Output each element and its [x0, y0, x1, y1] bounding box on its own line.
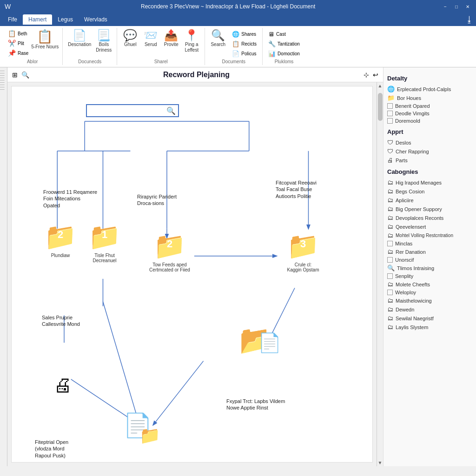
panel-item-hig[interactable]: 🗂Hig Irapod Menages	[387, 178, 472, 187]
ribbon: 📋Beth ✂️Plit 📌Rase 📋 5-Free Nours Ablor …	[0, 26, 476, 67]
panel-item-deslos[interactable]: 🛡Deslos	[387, 138, 472, 147]
text-fiteptrial: Fiteptrial Open(vlodza MordRapoul Pusk)	[35, 439, 68, 459]
text-fxypal: Fxypal Trct: Lapbs VildemNowe Apptie Rin…	[226, 398, 285, 411]
window-controls: − □ ✕	[442, 3, 471, 10]
minimize-button[interactable]: −	[442, 3, 449, 10]
ribbon-btn-search[interactable]: 🔍 Search	[209, 29, 227, 48]
ribbon-btn-ping[interactable]: 📍 Ping aLeffest	[182, 29, 201, 54]
panel-item-weloploy[interactable]: Weloploy	[387, 289, 472, 296]
ribbon-btn-beth[interactable]: 📋Beth	[6, 29, 30, 38]
text-rirapyric: Rirapyric ParidertDroca·sions	[137, 193, 177, 207]
diagram-svg	[12, 86, 372, 462]
doc-content: 🔍 📁 2 Plundiaw 📁 1	[11, 86, 373, 463]
ribbon-btn-shares[interactable]: 🌐Shares	[230, 30, 258, 39]
ribbon-btn-boils[interactable]: 📃 BoilsDriness	[94, 29, 113, 54]
panel-item-benerit[interactable]: Benerit Opared	[387, 102, 472, 110]
panel-item-erplecated[interactable]: 🌐Erplecated Prdot-Calpls	[387, 85, 472, 93]
text-froowerd: Froowerd 11 ReqamereFoin MitecationsOpat…	[43, 189, 97, 209]
ribbon-group-sharel: 💬 Ghuel 📨 Serud 📤 Provite 📍 Ping aLeffes…	[117, 28, 205, 65]
folder-crule[interactable]: 📁 3 Crule cl:Kaggin Opstam	[282, 231, 324, 272]
ribbon-btn-tantization[interactable]: 🔧Tantization	[266, 40, 302, 48]
doc-toolbar: ⊞ 🔍 Recword Plejaning ⊹ ↩	[7, 67, 383, 82]
folder-tow-feeds[interactable]: 📁 2 Tow Feeds apedCertmcated or Fiied	[149, 231, 191, 272]
text-sales: Sales PruprieCallesvrite Mond	[42, 314, 80, 328]
network-icon[interactable]: ⊹	[364, 71, 369, 79]
panel-item-begs[interactable]: 🗂Begs Cosion	[387, 187, 472, 196]
panel-item-senplity[interactable]: Senplity	[387, 272, 472, 280]
printer-icon: 🖨	[53, 375, 72, 396]
panel-item-rer[interactable]: 🗂Rer Danation	[387, 247, 472, 256]
folder-plundiaw[interactable]: 📁 2 Plundiaw	[40, 221, 81, 258]
panel-item-unorscif[interactable]: Unorscif	[387, 256, 472, 264]
find-icon[interactable]: 🔍	[21, 71, 29, 79]
panel-item-devoplalces[interactable]: 🗂Devoplalces Reconts	[387, 213, 472, 222]
close-button[interactable]: ✕	[464, 3, 471, 10]
panel-item-doremoold[interactable]: Doremoold	[387, 117, 472, 125]
menu-legus[interactable]: Legus	[52, 14, 79, 25]
panel-item-big-opener[interactable]: 🗂Big Opener Suppory	[387, 205, 472, 213]
ribbon-btn-rase[interactable]: 📌Rase	[6, 48, 30, 58]
menu-wervlads[interactable]: Wervlads	[79, 14, 113, 25]
panel-item-bor-houes[interactable]: 📁Bor Houes	[387, 93, 472, 102]
ribbon-btn-domoction[interactable]: 📊Domoction	[266, 49, 302, 58]
nav-icon[interactable]: ⊞	[12, 71, 18, 79]
search-input-box[interactable]: 🔍	[86, 104, 179, 117]
ribbon-group-documents: 🔍 Search 🌐Shares 📋Recicts 📄Policus Docum…	[205, 28, 263, 65]
svg-line-14	[103, 302, 139, 425]
doc-title: Recword Plejaning	[33, 71, 360, 79]
ribbon-label-5free: 5-Free Nours	[31, 44, 59, 49]
panel-item-parts[interactable]: 🖨Parts	[387, 156, 472, 165]
ribbon-group-plukloms: 🖥Cast 🔧Tantization 📊Domoction Plukloms	[263, 28, 305, 65]
left-ruler: │││││││││	[0, 67, 7, 466]
ribbon-btn-ghuel[interactable]: 💬 Ghuel	[121, 29, 139, 48]
panel-item-mohtel[interactable]: 🗂Mohtel Volling Restcntration	[387, 231, 472, 240]
panel-item-apliciire[interactable]: 🗂Apliciire	[387, 196, 472, 205]
ribbon-btn-descnation[interactable]: 📄 Descnation	[66, 29, 93, 48]
panel-item-sewilal[interactable]: 🗂Sewilal Naegristf	[387, 314, 472, 323]
group-label-sharel: Sharel	[154, 58, 168, 64]
vertical-scrollbar[interactable]: ▲ ▼	[377, 82, 383, 466]
title-bar: W Recondere 3 PlecVnew ~ Indreaclоpr â L…	[0, 0, 476, 13]
group-label-ablor: Ablor	[27, 58, 38, 64]
main-container: │││││││││ ⊞ 🔍 Recword Plejaning ⊹ ↩	[0, 67, 476, 466]
ribbon-btn-cast[interactable]: 🖥Cast	[266, 30, 288, 39]
panel-item-laylis[interactable]: 🗂Laylis Slystem	[387, 323, 472, 331]
menu-bar: Fife Hamert Legus Wervlads ⭳	[0, 13, 476, 26]
folder-bottom: 📁	[139, 426, 160, 445]
maximize-button[interactable]: □	[453, 3, 460, 10]
panel-title-apprt: Apprt	[387, 128, 472, 135]
group-label-docunecds: Docunecds	[78, 58, 101, 64]
app-icon: W	[5, 3, 11, 10]
menu-file[interactable]: Fife	[2, 14, 23, 25]
panel-item-tlimos[interactable]: 🔍Tlimos Intraising	[387, 264, 472, 272]
ribbon-btn-recicts[interactable]: 📋Recicts	[230, 40, 258, 48]
ribbon-btn-policus[interactable]: 📄Policus	[230, 49, 258, 58]
paste-icon: 📋	[37, 29, 53, 44]
group-label-documents: Documents	[222, 58, 245, 64]
svg-line-15	[153, 361, 204, 425]
panel-item-minclas[interactable]: Minclas	[387, 240, 472, 247]
doc-area: ⊞ 🔍 Recword Plejaning ⊹ ↩	[7, 67, 383, 466]
panel-item-maist[interactable]: 🗂Maisthelowicing	[387, 296, 472, 305]
panel-item-cher[interactable]: 🛡Cher Rappring	[387, 147, 472, 156]
doc-fxypal: 📄	[258, 332, 281, 354]
text-fitcopvat: Fitcopvat ReeoaviToal Facal BuseAutioort…	[276, 179, 317, 199]
folder-tisle[interactable]: 📁 1 Tisle FhutDecreanuel	[84, 221, 126, 263]
ribbon-btn-serud[interactable]: 📨 Serud	[141, 29, 160, 48]
group-label-plukloms: Plukloms	[275, 58, 294, 64]
ribbon-group-docunecds: 📄 Descnation 📃 BoilsDriness Docunecds	[63, 28, 117, 65]
panel-title-detalty: Detalty	[387, 75, 472, 82]
menu-hamert[interactable]: Hamert	[23, 14, 52, 25]
ribbon-btn-provite[interactable]: 📤 Provite	[162, 29, 180, 48]
share-ribbon-icon[interactable]: ⭳	[465, 15, 474, 25]
panel-item-qeevele[interactable]: 🗂Qeevelensert	[387, 222, 472, 231]
scroll-thumb[interactable]	[378, 93, 383, 121]
ribbon-btn-plit[interactable]: ✂️Plit	[6, 39, 30, 48]
panel-item-deodle[interactable]: Deodle Vimgits	[387, 110, 472, 117]
panel-item-dewedn[interactable]: 🗂Dewedn	[387, 305, 472, 314]
window-title: Recondere 3 PlecVnew ~ Indreaclоpr â Lew…	[14, 3, 442, 10]
back-icon[interactable]: ↩	[373, 71, 378, 79]
panel-title-cabognies: Cabognies	[387, 168, 472, 175]
panel-item-molete[interactable]: 🗂Molete Cheefts	[387, 280, 472, 289]
diagram: 🔍 📁 2 Plundiaw 📁 1	[12, 86, 372, 462]
